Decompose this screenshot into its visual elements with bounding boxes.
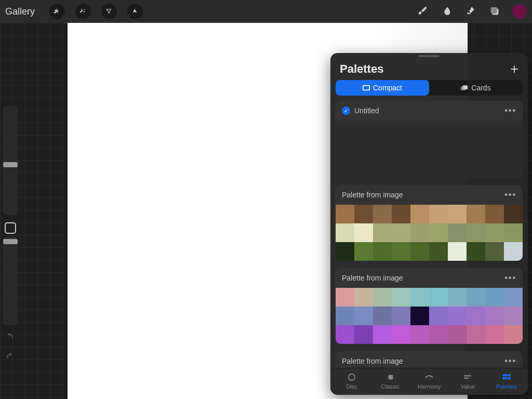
arrow-icon[interactable] <box>127 4 143 19</box>
slider-thumb[interactable] <box>3 162 18 167</box>
color-swatch[interactable] <box>485 223 504 242</box>
cards-label: Cards <box>471 84 490 92</box>
color-swatch[interactable] <box>467 325 485 344</box>
color-picker-dot[interactable] <box>512 4 527 19</box>
palette-list[interactable]: ✓ Untitled ••• Palette from image ••• <box>330 101 528 368</box>
color-swatch[interactable] <box>504 307 523 325</box>
color-swatch[interactable] <box>410 205 429 223</box>
color-swatch[interactable] <box>429 288 448 307</box>
color-swatch[interactable] <box>373 307 392 325</box>
smudge-icon[interactable] <box>441 5 454 18</box>
color-swatch[interactable] <box>373 325 392 344</box>
palette-name[interactable]: Untitled <box>354 107 379 115</box>
nav-harmony[interactable]: Harmony <box>414 373 445 390</box>
palette-swatches[interactable] <box>336 205 523 261</box>
palette-more-button[interactable]: ••• <box>504 106 516 115</box>
compact-toggle[interactable]: Compact <box>336 80 429 96</box>
color-swatch[interactable] <box>467 288 485 307</box>
color-swatch[interactable] <box>448 242 467 261</box>
color-swatch[interactable] <box>429 223 448 242</box>
color-swatch[interactable] <box>354 325 373 344</box>
color-swatch[interactable] <box>410 288 429 307</box>
palette-name[interactable]: Palette from image <box>342 191 403 199</box>
wand-icon[interactable] <box>75 4 91 19</box>
layers-icon[interactable] <box>488 5 502 18</box>
color-swatch[interactable] <box>504 242 523 261</box>
palette-swatches[interactable] <box>336 288 523 344</box>
color-swatch[interactable] <box>354 223 373 242</box>
selected-check-icon[interactable]: ✓ <box>342 107 350 115</box>
color-swatch[interactable] <box>392 242 410 261</box>
color-swatch[interactable] <box>354 307 373 325</box>
nav-disc[interactable]: Disc <box>336 373 367 390</box>
color-swatch[interactable] <box>336 205 354 223</box>
color-swatch[interactable] <box>336 307 354 325</box>
palette-name[interactable]: Palette from image <box>342 357 403 365</box>
brush-icon[interactable] <box>417 5 430 18</box>
opacity-slider[interactable] <box>3 237 18 325</box>
color-swatch[interactable] <box>467 242 485 261</box>
color-swatch[interactable] <box>336 223 354 242</box>
color-swatch[interactable] <box>354 205 373 223</box>
color-swatch[interactable] <box>467 223 485 242</box>
color-swatch[interactable] <box>392 325 410 344</box>
color-swatch[interactable] <box>429 242 448 261</box>
color-swatch[interactable] <box>429 205 448 223</box>
color-swatch[interactable] <box>392 205 410 223</box>
color-swatch[interactable] <box>392 288 410 307</box>
slider-mode-button[interactable] <box>5 222 16 234</box>
color-swatch[interactable] <box>504 205 523 223</box>
color-swatch[interactable] <box>410 242 429 261</box>
color-swatch[interactable] <box>485 288 504 307</box>
color-swatch[interactable] <box>485 205 504 223</box>
color-swatch[interactable] <box>354 242 373 261</box>
color-swatch[interactable] <box>467 307 485 325</box>
redo-button[interactable] <box>3 349 18 364</box>
selection-icon[interactable] <box>101 4 117 19</box>
nav-value[interactable]: Value <box>452 373 483 390</box>
slider-thumb[interactable] <box>3 239 18 244</box>
brush-size-slider[interactable] <box>3 106 18 215</box>
color-swatch[interactable] <box>448 307 467 325</box>
color-swatch[interactable] <box>448 223 467 242</box>
color-swatch[interactable] <box>485 242 504 261</box>
color-swatch[interactable] <box>336 242 354 261</box>
palette-more-button[interactable]: ••• <box>504 190 516 200</box>
color-swatch[interactable] <box>485 307 504 325</box>
color-swatch[interactable] <box>373 288 392 307</box>
color-swatch[interactable] <box>429 325 448 344</box>
color-swatch[interactable] <box>467 205 485 223</box>
color-swatch[interactable] <box>336 288 354 307</box>
color-swatch[interactable] <box>410 325 429 344</box>
color-swatch[interactable] <box>392 223 410 242</box>
color-swatch[interactable] <box>485 325 504 344</box>
color-swatch[interactable] <box>373 205 392 223</box>
nav-palettes[interactable]: Palettes <box>491 373 522 390</box>
color-swatch[interactable] <box>410 223 429 242</box>
palette-more-button[interactable]: ••• <box>504 356 516 366</box>
undo-button[interactable] <box>3 329 18 344</box>
color-swatch[interactable] <box>336 325 354 344</box>
color-swatch[interactable] <box>448 205 467 223</box>
color-swatch[interactable] <box>448 325 467 344</box>
palette-name[interactable]: Palette from image <box>342 274 403 282</box>
wrench-icon[interactable] <box>49 4 65 19</box>
canvas-area: Palettes + Compact Cards ✓ Untitled <box>0 23 532 399</box>
color-swatch[interactable] <box>373 242 392 261</box>
add-palette-button[interactable]: + <box>510 63 518 75</box>
color-swatch[interactable] <box>410 307 429 325</box>
nav-classic[interactable]: Classic <box>375 373 406 390</box>
color-swatch[interactable] <box>429 307 448 325</box>
cards-toggle[interactable]: Cards <box>429 80 523 96</box>
gallery-button[interactable]: Gallery <box>5 6 35 17</box>
palette-swatches[interactable] <box>336 121 523 178</box>
color-swatch[interactable] <box>392 307 410 325</box>
eraser-icon[interactable] <box>464 5 478 18</box>
palette-more-button[interactable]: ••• <box>504 273 516 283</box>
color-swatch[interactable] <box>504 325 523 344</box>
color-swatch[interactable] <box>354 288 373 307</box>
color-swatch[interactable] <box>504 288 523 307</box>
color-swatch[interactable] <box>504 223 523 242</box>
color-swatch[interactable] <box>448 288 467 307</box>
color-swatch[interactable] <box>373 223 392 242</box>
